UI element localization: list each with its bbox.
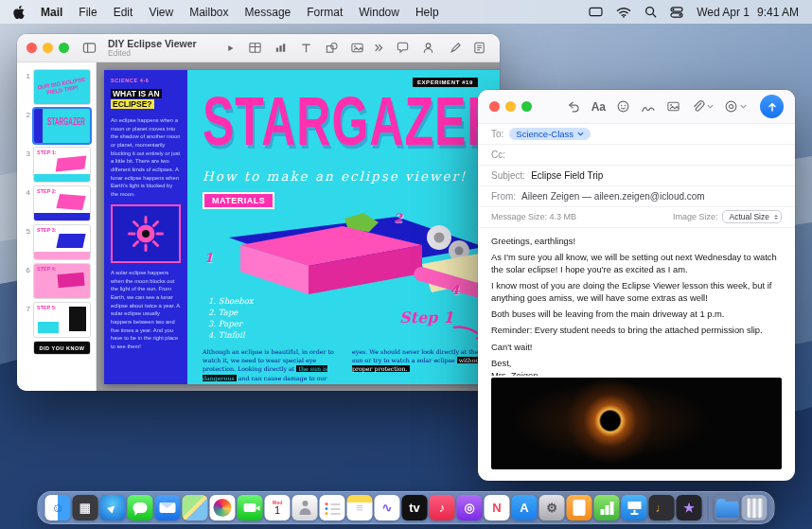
numbers-glyph — [599, 502, 614, 515]
message-body[interactable]: Greetings, earthlings! As I'm sure you a… — [478, 228, 795, 376]
format-icon[interactable]: Aa — [591, 101, 606, 113]
dock-icon-messages[interactable] — [128, 495, 153, 520]
close-button[interactable] — [26, 43, 37, 53]
close-button[interactable] — [489, 101, 500, 112]
pages-canvas: SCIENCE 4-6 WHAT IS AN ECLIPSE? An eclip… — [97, 62, 500, 391]
dock-icon-news[interactable]: N — [485, 495, 510, 520]
dock-icon-facetime[interactable] — [238, 495, 263, 520]
menu-item-mailbox[interactable]: Mailbox — [189, 6, 228, 19]
insert-menu-icon[interactable] — [724, 99, 747, 114]
cc-field[interactable]: Cc: — [478, 145, 795, 166]
page-thumbnail-6[interactable]: STEP 4: — [34, 264, 90, 298]
eclipse-intro-text: An eclipse happens when a moon or planet… — [111, 116, 181, 199]
thumbnail-row: 3STEP 1: — [21, 148, 90, 182]
safari-glyph: ▲ — [104, 499, 121, 516]
menu-item-edit[interactable]: Edit — [114, 6, 133, 19]
zoom-button[interactable] — [59, 43, 69, 53]
image-size-select[interactable]: Actual Size — [722, 210, 782, 223]
menu-item-window[interactable]: Window — [359, 6, 399, 19]
dock-icon-maps[interactable] — [183, 495, 208, 520]
news-glyph: N — [492, 502, 501, 514]
minimize-button[interactable] — [505, 101, 516, 112]
control-center-icon[interactable] — [670, 7, 683, 18]
emoji-icon[interactable] — [616, 99, 630, 114]
eclipse-photo-attachment[interactable] — [491, 378, 782, 469]
dock-icon-imovie[interactable]: ★ — [677, 495, 702, 520]
dock-icon-pages[interactable] — [567, 495, 592, 520]
thumbnail-label: STEP 1: — [37, 150, 57, 155]
play-icon[interactable] — [223, 42, 237, 55]
dock-icon-garageband[interactable]: ♩ — [649, 495, 675, 520]
dock-icon-tv[interactable]: tv — [402, 495, 428, 520]
page-thumbnail-7[interactable]: STEP 5: — [34, 303, 90, 337]
thumbnail-label: OUR BIG ECLIPSE FIELD TRIP! — [34, 70, 90, 104]
dock-icon-music[interactable]: ♪ — [430, 495, 455, 520]
menu-item-file[interactable]: File — [79, 6, 97, 19]
insert-media-icon[interactable] — [350, 41, 364, 55]
wifi-icon[interactable] — [616, 7, 631, 18]
insert-text-icon[interactable] — [299, 41, 313, 55]
page-thumbnail-3[interactable]: STEP 1: — [34, 148, 90, 182]
dock-icon-podcasts[interactable]: ◎ — [457, 495, 483, 520]
format-brush-icon[interactable] — [447, 41, 461, 55]
page-thumbnail-partial[interactable]: DID YOU KNOW — [34, 342, 90, 354]
menu-item-help[interactable]: Help — [415, 6, 439, 19]
dock-icon-reminders[interactable] — [320, 495, 345, 520]
photo-browser-icon[interactable] — [666, 99, 680, 114]
menu-item-format[interactable]: Format — [307, 6, 343, 19]
notes-glyph: ≡ — [356, 502, 363, 514]
from-field[interactable]: From: Aileen Zeigen — aileen.zeigen@iclo… — [478, 186, 795, 207]
dock-icon-launchpad[interactable]: ▦ — [73, 495, 98, 520]
dock-icon-downloads[interactable] — [715, 495, 740, 520]
insert-chart-icon[interactable] — [274, 41, 288, 55]
imovie-glyph: ★ — [683, 502, 695, 514]
document-panel-icon[interactable] — [472, 41, 486, 55]
dock-icon-contacts[interactable] — [292, 495, 318, 520]
comment-icon[interactable] — [396, 41, 410, 55]
menu-item-message[interactable]: Message — [245, 6, 291, 19]
menu-item-view[interactable]: View — [149, 6, 173, 19]
markup-icon[interactable] — [641, 100, 656, 114]
attach-icon[interactable] — [691, 99, 714, 114]
spotlight-search-icon[interactable] — [644, 6, 657, 18]
page-thumbnail-1[interactable]: OUR BIG ECLIPSE FIELD TRIP! — [34, 70, 90, 104]
dock-icon-trash[interactable] — [742, 495, 768, 520]
dock-icon-app-store[interactable]: A — [512, 495, 538, 520]
page-thumbnail-5[interactable]: STEP 3: — [34, 225, 90, 259]
dock-icon-mail[interactable] — [155, 495, 181, 520]
menu-item-mail[interactable]: Mail — [41, 6, 62, 19]
send-button[interactable] — [760, 95, 784, 118]
document-page[interactable]: SCIENCE 4-6 WHAT IS AN ECLIPSE? An eclip… — [104, 70, 500, 384]
screen-mirroring-icon[interactable] — [589, 7, 603, 18]
dock-icon-keynote[interactable] — [622, 495, 647, 520]
dock-icon-calendar[interactable]: Wed1 — [265, 495, 291, 520]
sidebar-toggle-icon[interactable] — [82, 41, 97, 55]
minimize-button[interactable] — [43, 43, 53, 53]
to-field[interactable]: To: Science-Class — [478, 124, 795, 145]
dock-icon-finder[interactable]: ☺ — [45, 495, 71, 520]
thumbnail-label: STEP 3: — [37, 227, 57, 233]
page-thumbnail-4[interactable]: STEP 2: — [34, 186, 90, 220]
callout-2: 2 — [394, 211, 402, 225]
dock-icon-notes[interactable]: ≡ — [347, 495, 373, 520]
insert-table-icon[interactable] — [248, 41, 262, 55]
zoom-button[interactable] — [521, 101, 532, 112]
thumbnail-label: STEP 5: — [37, 305, 57, 310]
apple-menu-icon[interactable] — [13, 6, 25, 19]
dock-icon-freeform[interactable]: ∿ — [375, 495, 400, 520]
recipient-token[interactable]: Science-Class — [509, 128, 591, 140]
dock-icon-photos[interactable] — [210, 495, 236, 520]
subject-field[interactable]: Subject: Eclipse Field Trip — [478, 166, 795, 186]
menu-bar-clock[interactable]: Wed Apr 1 9:41 AM — [697, 6, 799, 19]
dock-icon-settings[interactable]: ⚙ — [539, 495, 565, 520]
more-tools-icon[interactable] — [372, 42, 384, 54]
collaborate-icon[interactable] — [421, 41, 435, 55]
message-size-value: 4.3 MB — [550, 212, 577, 221]
dock-icon-safari[interactable]: ▲ — [100, 495, 126, 520]
dock-icon-numbers[interactable] — [594, 495, 620, 520]
undo-icon[interactable] — [567, 99, 581, 114]
page-thumbnail-2[interactable]: STARGAZER — [34, 109, 90, 143]
insert-shape-icon[interactable] — [325, 41, 339, 55]
podcasts-glyph: ◎ — [464, 502, 474, 514]
thumbnail-row: 4STEP 2: — [21, 186, 90, 220]
